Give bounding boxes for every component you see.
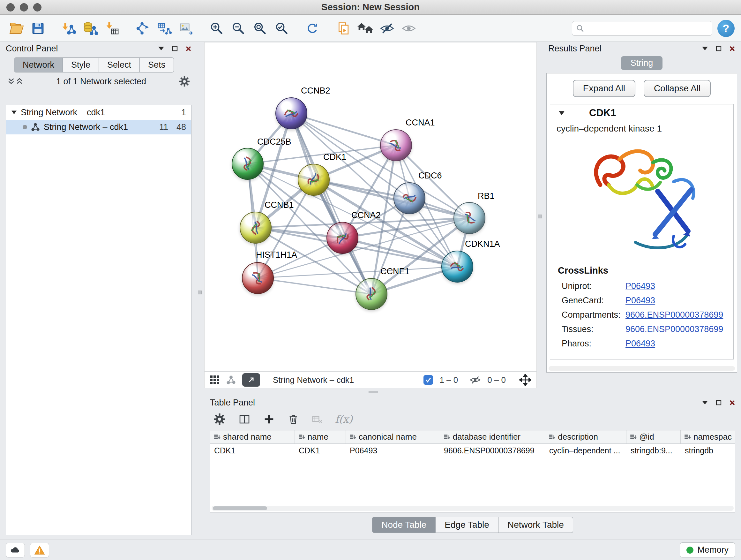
collapse-all-button[interactable]: Collapse All bbox=[644, 80, 711, 97]
show-all-button[interactable] bbox=[399, 18, 419, 38]
column-header[interactable]: namespac bbox=[681, 430, 735, 443]
save-session-button[interactable] bbox=[28, 18, 48, 38]
check-icon bbox=[425, 376, 432, 383]
table-hscrollbar[interactable] bbox=[212, 506, 734, 511]
search-input[interactable] bbox=[588, 23, 708, 33]
tab-node-table[interactable]: Node Table bbox=[372, 517, 435, 533]
network-node-ccne1[interactable] bbox=[355, 278, 387, 310]
help-button[interactable]: ? bbox=[718, 20, 735, 37]
panel-close-icon[interactable] bbox=[185, 46, 192, 52]
crosslink-link[interactable]: P06493 bbox=[625, 339, 655, 349]
expand-all-icon[interactable] bbox=[15, 77, 23, 85]
import-network-file-button[interactable] bbox=[59, 18, 78, 38]
tab-style[interactable]: Style bbox=[63, 58, 99, 72]
crosslink-link[interactable]: P06493 bbox=[625, 281, 655, 291]
column-header[interactable]: name bbox=[295, 430, 346, 443]
import-table-button[interactable] bbox=[102, 18, 122, 38]
protein-section-header[interactable]: CDK1 bbox=[550, 105, 733, 122]
network-node-ccnb2[interactable] bbox=[275, 98, 307, 129]
network-node-rb1[interactable] bbox=[454, 202, 485, 234]
memory-status-dot bbox=[686, 547, 693, 554]
hide-selected-button[interactable] bbox=[377, 18, 397, 38]
column-header[interactable]: @id bbox=[626, 430, 681, 443]
share-view-icon[interactable] bbox=[226, 375, 236, 385]
tree-root-row[interactable]: String Network – cdk1 1 bbox=[6, 105, 191, 120]
open-session-button[interactable] bbox=[6, 18, 26, 38]
panel-collapse-icon[interactable] bbox=[158, 46, 164, 51]
network-node-hist1h1a[interactable] bbox=[242, 262, 274, 294]
copy-document-button[interactable] bbox=[334, 18, 354, 38]
gear-icon[interactable] bbox=[179, 76, 190, 87]
network-node-ccna2[interactable] bbox=[327, 222, 358, 254]
help-icon: ? bbox=[723, 22, 730, 35]
table-columns-icon[interactable] bbox=[238, 413, 251, 426]
table-hscrollbar-thumb[interactable] bbox=[213, 506, 267, 510]
delete-column-icon[interactable] bbox=[287, 413, 299, 425]
network-node-cdk1[interactable] bbox=[298, 164, 330, 196]
column-header[interactable]: shared name bbox=[210, 430, 295, 443]
column-header[interactable]: database identifier bbox=[440, 430, 545, 443]
import-network-database-button[interactable] bbox=[80, 18, 100, 38]
add-column-icon[interactable] bbox=[263, 413, 275, 425]
overview-toggle-button[interactable] bbox=[242, 373, 260, 387]
network-node-cdc6[interactable] bbox=[394, 182, 425, 214]
zoom-in-button[interactable] bbox=[207, 18, 226, 38]
panel-float-icon[interactable] bbox=[172, 46, 178, 51]
panel-close-icon[interactable] bbox=[729, 46, 735, 52]
protein-thumbnail-icon bbox=[245, 216, 267, 240]
crosslink-row: GeneCard: P06493 bbox=[550, 294, 733, 308]
network-canvas[interactable]: CCNB2CCNA1CDC25BCDK1CDC6RB1CCNB1CCNA2CDK… bbox=[204, 42, 537, 372]
export-image-button[interactable] bbox=[176, 18, 196, 38]
refresh-button[interactable] bbox=[302, 18, 322, 38]
panel-float-icon[interactable] bbox=[716, 46, 722, 51]
minimize-window-button[interactable] bbox=[20, 3, 28, 11]
collapse-all-icon[interactable] bbox=[7, 77, 15, 85]
network-node-ccnb1[interactable] bbox=[240, 212, 272, 244]
table-tabs: Node Table Edge Table Network Table bbox=[204, 517, 741, 533]
network-node-cdc25b[interactable] bbox=[232, 148, 264, 180]
tab-edge-table[interactable]: Edge Table bbox=[435, 517, 498, 533]
tab-network[interactable]: Network bbox=[14, 58, 63, 72]
zoom-selected-button[interactable] bbox=[272, 18, 292, 38]
close-window-button[interactable] bbox=[6, 3, 15, 11]
crosslink-link[interactable]: 9606.ENSP00000378699 bbox=[625, 324, 723, 334]
tab-sets[interactable]: Sets bbox=[140, 58, 174, 72]
tab-select[interactable]: Select bbox=[99, 58, 140, 72]
grid-view-icon[interactable] bbox=[210, 375, 220, 385]
crosslink-link[interactable]: P06493 bbox=[625, 296, 655, 306]
table-gear-icon[interactable] bbox=[213, 413, 226, 426]
table-row[interactable]: CDK1 CDK1 P06493 9606.ENSP00000378699 cy… bbox=[210, 444, 735, 457]
network-table-button[interactable] bbox=[154, 18, 174, 38]
warning-button[interactable] bbox=[30, 543, 49, 557]
panel-close-icon[interactable] bbox=[729, 400, 735, 406]
tree-network-row[interactable]: String Network – cdk1 11 48 bbox=[6, 120, 191, 134]
new-network-button[interactable] bbox=[133, 18, 152, 38]
splitter-handle[interactable] bbox=[538, 214, 542, 219]
network-node-ccna1[interactable] bbox=[380, 129, 412, 161]
column-header[interactable]: canonical name bbox=[346, 430, 440, 443]
tab-string[interactable]: String bbox=[621, 56, 663, 70]
cloud-button[interactable] bbox=[6, 543, 25, 557]
splitter-handle[interactable] bbox=[368, 391, 378, 393]
column-header[interactable]: description bbox=[545, 430, 626, 443]
crosslink-link[interactable]: 9606.ENSP00000378699 bbox=[625, 310, 723, 320]
pan-move-icon[interactable] bbox=[519, 374, 531, 386]
section-disclosure-icon[interactable] bbox=[558, 111, 565, 116]
panel-collapse-icon[interactable] bbox=[702, 400, 708, 405]
selected-checkbox-icon[interactable] bbox=[423, 375, 433, 385]
double-home-button[interactable] bbox=[355, 18, 375, 38]
hidden-eye-icon[interactable] bbox=[469, 374, 481, 386]
expand-all-button[interactable]: Expand All bbox=[573, 80, 635, 97]
memory-button[interactable]: Memory bbox=[680, 543, 735, 557]
panel-collapse-icon[interactable] bbox=[702, 46, 708, 51]
zoom-fit-button[interactable] bbox=[250, 18, 270, 38]
zoom-window-button[interactable] bbox=[33, 3, 42, 11]
panel-float-icon[interactable] bbox=[716, 400, 722, 406]
results-scrollbar[interactable] bbox=[549, 366, 735, 371]
tab-network-table[interactable]: Network Table bbox=[498, 517, 573, 533]
zoom-out-button[interactable] bbox=[228, 18, 248, 38]
network-node-cdkn1a[interactable] bbox=[441, 251, 473, 283]
function-builder-button[interactable]: f(x) bbox=[335, 413, 353, 425]
tree-disclosure-icon[interactable] bbox=[11, 110, 17, 115]
splitter-handle[interactable] bbox=[198, 291, 202, 294]
